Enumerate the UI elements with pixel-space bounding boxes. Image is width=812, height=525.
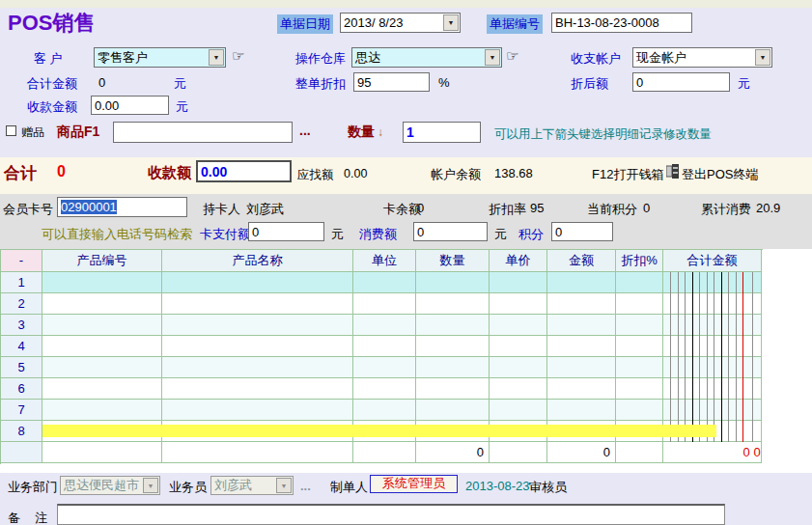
open-drawer-button[interactable]: F12打开钱箱 <box>592 166 663 183</box>
table-cell[interactable] <box>547 293 616 315</box>
table-cell[interactable] <box>353 357 416 378</box>
received-input[interactable]: 0.00 <box>91 96 169 115</box>
row-header[interactable]: 5 <box>1 357 42 378</box>
table-cell[interactable] <box>663 357 762 378</box>
payment-input[interactable]: 0.00 <box>196 160 292 182</box>
score-input[interactable]: 0 <box>551 222 613 241</box>
table-cell[interactable] <box>162 378 353 400</box>
table-cell[interactable] <box>42 272 162 293</box>
table-cell[interactable] <box>616 400 663 421</box>
card-pay-input[interactable]: 0 <box>248 222 324 241</box>
table-cell[interactable] <box>162 293 353 315</box>
row-header[interactable]: 7 <box>1 400 42 421</box>
qty-value: 1 <box>406 124 414 140</box>
table-cell[interactable] <box>663 400 762 421</box>
table-cell[interactable] <box>547 378 616 400</box>
table-cell[interactable] <box>490 315 547 336</box>
table-cell[interactable] <box>353 378 416 400</box>
holder-value: 刘彦武 <box>246 201 284 218</box>
pointing-hand-icon[interactable]: ☞ <box>506 47 518 65</box>
account-select[interactable]: 现金帐户 ▼ <box>632 47 772 68</box>
table-cell[interactable] <box>547 272 616 293</box>
chevron-down-icon[interactable]: ▼ <box>209 49 224 66</box>
summary-row-header <box>1 442 42 463</box>
table-cell[interactable] <box>162 315 353 336</box>
member-card-input[interactable]: 02900001 <box>57 197 187 217</box>
table-cell[interactable] <box>616 378 663 400</box>
table-cell[interactable] <box>353 336 416 357</box>
note-input[interactable] <box>57 504 725 525</box>
row-header[interactable]: 8 <box>1 421 42 442</box>
table-cell[interactable] <box>416 315 490 336</box>
table-cell[interactable] <box>353 272 416 293</box>
table-cell[interactable] <box>547 400 616 421</box>
table-cell[interactable] <box>162 400 353 421</box>
table-cell[interactable] <box>162 272 353 293</box>
table-cell[interactable] <box>490 400 547 421</box>
table-cell[interactable] <box>663 378 762 400</box>
table-cell[interactable] <box>616 357 663 378</box>
table-cell[interactable] <box>547 336 616 357</box>
product-input[interactable] <box>113 122 293 143</box>
chevron-down-icon[interactable]: ▼ <box>755 49 770 66</box>
doc-date-select[interactable]: 2013/ 8/23 ▼ <box>340 13 461 33</box>
table-cell[interactable] <box>353 400 416 421</box>
discounted-value: 0 <box>636 75 643 90</box>
table-cell[interactable] <box>547 357 616 378</box>
table-cell[interactable] <box>416 378 490 400</box>
table-cell[interactable] <box>663 272 762 293</box>
table-cell[interactable] <box>616 315 663 336</box>
table-cell[interactable] <box>490 272 547 293</box>
table-cell[interactable] <box>490 336 547 357</box>
discounted-input[interactable]: 0 <box>632 72 730 92</box>
table-cell[interactable] <box>490 293 547 315</box>
table-cell[interactable] <box>416 272 490 293</box>
table-cell[interactable] <box>42 336 162 357</box>
table-cell[interactable] <box>616 272 663 293</box>
row-header[interactable]: 3 <box>1 315 42 336</box>
table-cell[interactable] <box>353 315 416 336</box>
gift-checkbox[interactable] <box>6 125 16 136</box>
table-cell[interactable] <box>663 293 762 315</box>
pointing-hand-icon[interactable]: ☞ <box>232 47 244 65</box>
table-cell[interactable] <box>162 357 353 378</box>
customer-select[interactable]: 零售客户 ▼ <box>94 47 226 68</box>
discount-rate-value: 95 <box>530 201 544 215</box>
table-cell[interactable] <box>416 293 490 315</box>
qty-input[interactable]: 1 <box>403 122 481 143</box>
logout-pos-button[interactable]: 登出POS终端 <box>682 166 758 183</box>
row-header[interactable]: 6 <box>1 378 42 400</box>
row-header[interactable]: 2 <box>1 293 42 315</box>
row-header[interactable]: 1 <box>1 272 42 293</box>
table-cell[interactable] <box>353 293 416 315</box>
table-cell[interactable] <box>663 315 762 336</box>
row-header[interactable]: 4 <box>1 336 42 357</box>
table-cell[interactable] <box>42 378 162 400</box>
grand-total-value: 0 <box>57 163 66 180</box>
table-cell[interactable] <box>663 336 762 357</box>
consume-input[interactable]: 0 <box>413 222 488 241</box>
doc-no-input[interactable]: BH-13-08-23-0008 <box>551 13 692 33</box>
column-header: 产品编号 <box>42 250 162 272</box>
chevron-down-icon[interactable]: ▼ <box>485 49 500 66</box>
table-cell[interactable] <box>490 378 547 400</box>
table-cell[interactable] <box>42 315 162 336</box>
account-balance-value: 138.68 <box>494 166 533 180</box>
table-cell[interactable] <box>616 336 663 357</box>
discount-input[interactable]: 95 <box>353 72 430 92</box>
table-cell[interactable] <box>42 400 162 421</box>
summary-cell <box>42 442 162 463</box>
table-cell[interactable] <box>42 357 162 378</box>
table-cell[interactable] <box>416 336 490 357</box>
chevron-down-icon[interactable]: ▼ <box>443 14 459 31</box>
product-browse-button[interactable]: ... <box>299 123 311 138</box>
gift-label: 赠品 <box>21 124 44 141</box>
warehouse-select[interactable]: 思达 ▼ <box>351 47 502 68</box>
table-cell[interactable] <box>490 357 547 378</box>
table-cell[interactable] <box>162 336 353 357</box>
table-cell[interactable] <box>416 357 490 378</box>
table-cell[interactable] <box>416 400 490 421</box>
table-cell[interactable] <box>42 293 162 315</box>
table-cell[interactable] <box>616 293 663 315</box>
table-cell[interactable] <box>547 315 616 336</box>
